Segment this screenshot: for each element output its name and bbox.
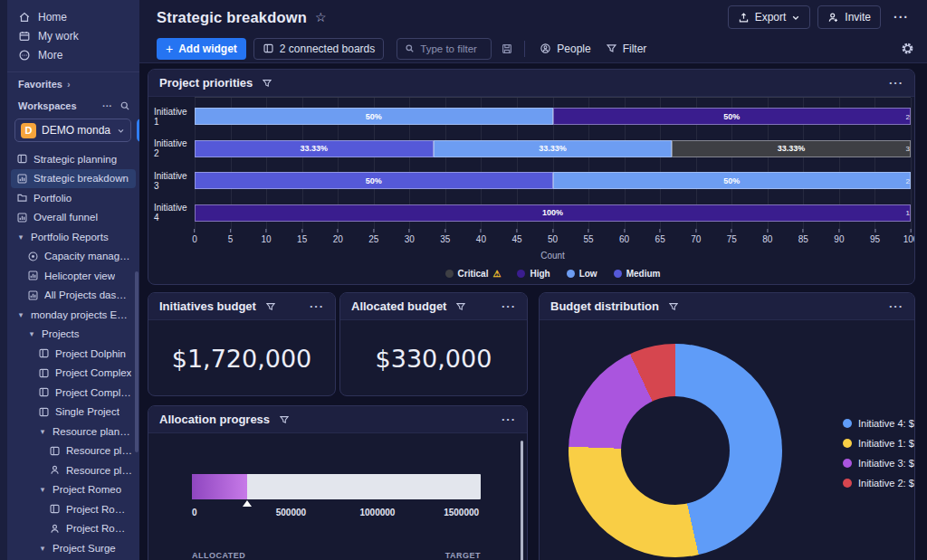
page-title: Strategic breakdown — [157, 9, 307, 26]
sidebar-item-resource-planning[interactable]: Resource planning... — [11, 460, 136, 480]
sidebar-item-project-complex-str[interactable]: Project Complex - Str... — [11, 383, 136, 403]
bar-segment-value: 100% — [542, 208, 563, 217]
donut-legend-item-initiative-1[interactable]: Initiative 1: $500,000 — [843, 438, 915, 449]
sidebar-item-projects[interactable]: ▾Projects — [11, 325, 136, 345]
add-widget-button[interactable]: + Add widget — [157, 38, 246, 60]
sidebar-item-resource-planning[interactable]: Resource planning... — [11, 441, 136, 461]
filter-search-input[interactable] — [420, 43, 483, 54]
search-icon — [405, 43, 415, 53]
allocated-budget-value: $330,000 — [340, 320, 527, 396]
sidebar-top-item-more[interactable]: More — [13, 45, 134, 64]
legend-item-medium[interactable]: Medium — [614, 269, 661, 279]
export-label: Export — [755, 11, 787, 24]
sidebar-main: HomeMy workMore Favorites › Workspaces ·… — [7, 0, 139, 560]
funnel-icon[interactable] — [262, 78, 272, 89]
add-workspace-item-button[interactable]: + — [137, 119, 139, 142]
person-icon — [49, 464, 61, 476]
widget-menu-button[interactable]: ··· — [889, 299, 903, 313]
dashboard-content: Project priorities ··· Initiative 150%50… — [139, 63, 927, 560]
sidebar-item-project-surge[interactable]: ▾Project Surge — [11, 538, 136, 558]
sidebar-item-monday-projects-enterprise[interactable]: ▾monday projects Enterprise ... — [11, 305, 136, 325]
sidebar-item-project-complex[interactable]: Project Complex — [11, 364, 136, 384]
sidebar-item-project-romeo[interactable]: Project Romeo — [11, 499, 136, 519]
funnel-icon[interactable] — [265, 301, 276, 312]
export-button[interactable]: Export — [728, 5, 811, 29]
widget-menu-button[interactable]: ··· — [502, 299, 516, 313]
widget-menu-button[interactable]: ··· — [889, 76, 903, 90]
bar-row-label: Initiative 3 — [154, 171, 195, 191]
bar-row-label: Initiative 1 — [154, 107, 195, 127]
widget-allocated-budget: Allocated budget ··· $330,000 — [339, 292, 528, 396]
sidebar-item-resource-planning-pr[interactable]: ▾Resource planning pr... — [11, 422, 136, 441]
donut-chart[interactable] — [569, 344, 782, 557]
legend-label: Low — [579, 269, 597, 279]
people-filter-button[interactable]: People — [536, 43, 594, 55]
sidebar-scrollbar[interactable] — [135, 271, 139, 452]
widget-title: Allocated budget — [351, 299, 446, 313]
expand-arrow-icon[interactable]: ▾ — [27, 329, 36, 338]
filter-button[interactable]: Filter — [602, 43, 651, 55]
sidebar-top-item-my-work[interactable]: My work — [13, 26, 134, 45]
invite-button[interactable]: Invite — [817, 5, 881, 29]
donut-legend-item-initiative-4[interactable]: Initiative 4: $800,000 — [843, 418, 915, 429]
sidebar-item-label: Overall funnel — [33, 212, 98, 223]
gear-icon[interactable] — [901, 42, 914, 55]
favorites-section[interactable]: Favorites › — [7, 71, 139, 92]
bar-segment-low[interactable]: 33.33% — [434, 140, 673, 157]
funnel-icon[interactable] — [279, 414, 290, 425]
bar-total-label: 2 — [906, 176, 910, 185]
allocation-table-headers: ALLOCATED TARGET — [192, 551, 481, 560]
legend-item-critical[interactable]: Critical⚠ — [445, 269, 502, 279]
sidebar-item-capacity-manager-portf[interactable]: Capacity manager - Portf... — [11, 247, 136, 267]
bar-segment-low[interactable]: 50% — [553, 172, 912, 189]
donut-legend-item-initiative-3[interactable]: Initiative 3: $300,000 — [843, 458, 915, 469]
expand-arrow-icon[interactable]: ▾ — [38, 485, 47, 494]
connected-boards-button[interactable]: 2 connected boards — [253, 38, 384, 60]
favorite-star-icon[interactable]: ☆ — [315, 10, 327, 24]
bar-segment-critical[interactable]: 33.33% — [672, 140, 911, 157]
expand-arrow-icon[interactable]: ▾ — [16, 233, 25, 242]
bar-track: 33.33%33.33%33.33%3 — [195, 140, 911, 157]
person-icon — [49, 523, 61, 535]
sidebar-item-single-project[interactable]: Single Project — [11, 403, 136, 422]
chart-x-axis-label: Count — [195, 251, 911, 265]
sidebar-item-strategic-breakdown[interactable]: Strategic breakdown — [11, 169, 136, 189]
toolbar-divider — [524, 41, 525, 57]
sidebar-item-portfolio-reports[interactable]: ▾Portfolio Reports — [11, 227, 136, 247]
legend-item-high[interactable]: High — [517, 269, 550, 279]
widget-scrollbar[interactable] — [521, 441, 523, 560]
bar-segment-value: 50% — [366, 176, 382, 185]
save-filter-icon[interactable] — [501, 43, 513, 55]
widget-menu-button[interactable]: ··· — [502, 413, 516, 426]
sidebar-item-project-dolphin[interactable]: Project Dolphin — [11, 344, 136, 364]
bar-row-label: Initiative 2 — [154, 138, 195, 158]
sidebar-item-strategic-planning[interactable]: Strategic planning — [11, 149, 136, 169]
sidebar-item-helicopter-view[interactable]: Helicopter view — [11, 266, 136, 286]
portfolio-icon — [16, 192, 28, 204]
search-icon[interactable] — [119, 100, 130, 111]
bar-segment-low[interactable]: 50% — [195, 108, 553, 125]
sidebar-top-item-home[interactable]: Home — [13, 7, 134, 26]
bar-segment-value: 33.33% — [778, 144, 806, 153]
header-more-menu[interactable]: ··· — [888, 10, 914, 24]
bar-segment-high[interactable]: 50% — [553, 108, 912, 125]
funnel-icon[interactable] — [455, 301, 466, 312]
bar-segment-medium[interactable]: 50% — [195, 172, 553, 189]
workspaces-menu-button[interactable]: ··· — [102, 100, 112, 111]
bar-segment-high[interactable]: 100% — [195, 204, 911, 222]
sidebar-item-portfolio[interactable]: Portfolio — [11, 188, 136, 208]
widget-menu-button[interactable]: ··· — [310, 299, 324, 313]
workspace-selector[interactable]: D DEMO monda... — [14, 119, 131, 142]
expand-arrow-icon[interactable]: ▾ — [16, 310, 25, 319]
donut-legend-item-initiative-2[interactable]: Initiative 2: $120,000 — [843, 478, 915, 489]
sidebar-item-all-projects-dashboard-po[interactable]: All Projects dashboard Po... — [11, 286, 136, 306]
expand-arrow-icon[interactable]: ▾ — [38, 544, 47, 553]
bar-segment-medium[interactable]: 33.33% — [195, 140, 434, 157]
connected-boards-label: 2 connected boards — [280, 43, 375, 55]
sidebar-item-project-romeo[interactable]: ▾Project Romeo — [11, 480, 136, 500]
funnel-icon[interactable] — [668, 301, 679, 312]
sidebar-item-overall-funnel[interactable]: Overall funnel — [11, 208, 136, 228]
expand-arrow-icon[interactable]: ▾ — [38, 427, 47, 436]
legend-item-low[interactable]: Low — [567, 269, 597, 279]
sidebar-item-project-romeo-r[interactable]: Project Romeo - R... — [11, 519, 136, 539]
